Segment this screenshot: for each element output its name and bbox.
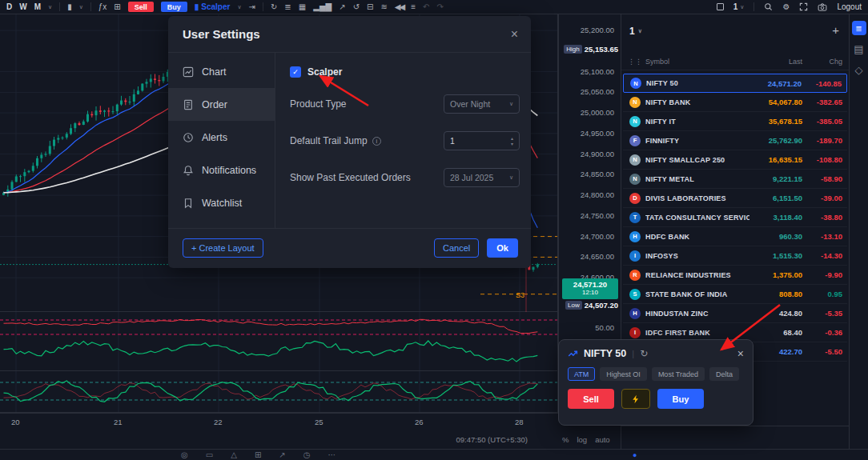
candle-style-icon[interactable]: ▮	[67, 3, 72, 11]
chevron-down-icon[interactable]: ∨	[48, 4, 52, 10]
bottom-tool-icon[interactable]: ▭	[206, 450, 213, 459]
bottom-tool-icon[interactable]: ⋯	[328, 450, 336, 459]
watchlist-row[interactable]: D DIVIS LABORATORIES 6,151.50 -39.00	[623, 189, 847, 208]
layout-grid-icon[interactable]: ⊞	[114, 3, 120, 11]
watchlist-row[interactable]: R RELIANCE INDUSTRIES 1,375.00 -9.90	[623, 266, 847, 285]
watchlist-row[interactable]: N NIFTY BANK 54,067.80 -382.65	[623, 93, 847, 112]
camera-icon[interactable]	[818, 2, 827, 12]
stepper-up-icon[interactable]: ▴	[511, 136, 513, 141]
clock-label[interactable]: 09:47:50 (UTC+5:30)	[456, 435, 528, 444]
timeframe-day-button[interactable]: D	[6, 2, 12, 11]
logout-button[interactable]: Logout	[837, 2, 862, 11]
rewind-icon[interactable]: ◀◀	[395, 3, 404, 11]
symbol-logo-icon: H	[629, 231, 641, 242]
chevron-down-icon[interactable]: ∨	[740, 4, 744, 10]
order-list-icon[interactable]: ≣	[284, 3, 291, 11]
templates-panel-icon[interactable]: ▤	[852, 42, 866, 56]
bottom-tool-icon[interactable]: ◎	[181, 450, 188, 459]
watchlist-row[interactable]: H HDFC BANK 960.30 -13.10	[623, 227, 847, 246]
rotate-icon[interactable]: ↻	[271, 3, 277, 11]
sell-button[interactable]: Sell	[128, 2, 154, 12]
close-icon[interactable]: ×	[737, 347, 744, 360]
gear-icon[interactable]: ⚙	[782, 3, 790, 11]
instant-order-button[interactable]	[621, 389, 650, 409]
nav-label: Notifications	[202, 165, 256, 176]
auto-scale-button[interactable]: auto	[595, 435, 610, 444]
nav-item-notifications[interactable]: Notifications	[168, 154, 275, 186]
bar-chart-icon[interactable]: ▂▅▇	[313, 3, 332, 11]
fullscreen-icon[interactable]	[799, 2, 808, 11]
percent-scale-button[interactable]: %	[562, 435, 569, 444]
nav-item-order[interactable]: Order	[168, 88, 275, 121]
cancel-button[interactable]: Cancel	[434, 238, 479, 258]
square-tool-icon[interactable]	[717, 3, 724, 10]
tab-delta[interactable]: Delta	[709, 367, 739, 381]
time-label: 28	[515, 418, 524, 426]
trail-jump-stepper[interactable]: 1 ▴ ▾	[444, 131, 520, 150]
tab-atm[interactable]: ATM	[568, 367, 595, 381]
nav-item-chart[interactable]: Chart	[168, 55, 275, 88]
widgets-diamond-icon[interactable]: ◇	[852, 62, 866, 77]
chevron-down-icon[interactable]: ∨	[79, 4, 83, 10]
sliders-icon[interactable]: ⊟	[367, 3, 373, 11]
watchlist-row[interactable]: N NIFTY SMALLCAP 250 16,635.15 -108.80	[623, 150, 847, 170]
timeframe-week-button[interactable]: W	[19, 2, 26, 11]
column-symbol[interactable]: Symbol	[645, 58, 669, 66]
add-symbol-button[interactable]: +	[832, 24, 839, 36]
symbol-logo-icon: N	[629, 174, 641, 185]
indicators-icon[interactable]: ƒx	[98, 3, 107, 11]
close-icon[interactable]: ×	[511, 27, 518, 42]
stepper-down-icon[interactable]: ▾	[511, 142, 513, 146]
replay-icon[interactable]: ≡	[411, 3, 416, 11]
watchlist-panel-icon[interactable]: ≣	[852, 21, 866, 35]
time-label: 25	[315, 418, 323, 426]
connection-icon[interactable]: ≋	[380, 3, 387, 11]
bottom-tool-icon[interactable]: ↗	[279, 450, 285, 459]
undo-icon[interactable]: ↶	[423, 3, 429, 11]
drag-handle-icon[interactable]: ⋮⋮	[628, 58, 642, 66]
refresh-icon[interactable]: ↺	[353, 3, 360, 11]
refresh-icon[interactable]: ↻	[640, 348, 648, 359]
watchlist-row[interactable]: H HINDUSTAN ZINC 424.80 -5.35	[623, 304, 847, 323]
watchlist-row[interactable]: N NIFTY 50 24,571.20 -140.85	[623, 74, 847, 93]
scalper-checkbox[interactable]: ✓	[290, 66, 301, 78]
column-chg[interactable]: Chg	[802, 58, 842, 66]
sell-button[interactable]: Sell	[568, 389, 614, 409]
product-type-select[interactable]: Over Night ∨	[444, 94, 520, 114]
tab-highest-oi[interactable]: Highest OI	[600, 367, 647, 381]
past-orders-select[interactable]: 28 Jul 2025 ∨	[444, 168, 520, 187]
watchlist-row[interactable]: N NIFTY IT 35,678.15 -385.05	[623, 112, 847, 131]
watchlist-row[interactable]: S STATE BANK OF INDIA 808.80 0.95	[623, 285, 847, 304]
timeframe-month-button[interactable]: M	[34, 2, 41, 11]
tab-most-traded[interactable]: Most Traded	[652, 367, 705, 381]
past-orders-row: Show Past Executed Orders 28 Jul 2025 ∨	[290, 168, 520, 187]
chevron-down-icon[interactable]: ∨	[237, 4, 241, 10]
ok-button[interactable]: Ok	[487, 238, 518, 258]
watchlist-row[interactable]: F FINNIFTY 25,762.90 -189.70	[623, 131, 847, 150]
column-last[interactable]: Last	[749, 58, 802, 66]
watchlist-group-dropdown[interactable]: 1 ∨	[629, 26, 642, 37]
nav-item-alerts[interactable]: Alerts	[168, 121, 275, 154]
external-link-icon[interactable]: ↗	[339, 3, 345, 11]
watchlist-row[interactable]: T TATA CONSULTANCY SERVICES 3,118.40 -38…	[623, 208, 847, 227]
nav-item-watchlist[interactable]: Watchlist	[168, 186, 275, 219]
redo-icon[interactable]: ↷	[436, 3, 443, 11]
search-icon[interactable]	[764, 2, 773, 11]
buy-button[interactable]: Buy	[657, 389, 704, 409]
watchlist-row[interactable]: N NIFTY METAL 9,221.15 -58.90	[623, 170, 847, 189]
log-scale-button[interactable]: log	[577, 435, 587, 444]
nav-label: Chart	[202, 66, 227, 78]
create-layout-button[interactable]: + Create Layout	[183, 238, 263, 258]
export-icon[interactable]: ⇥	[249, 3, 255, 11]
grid-view-icon[interactable]: ▦	[299, 3, 306, 11]
time-axis[interactable]: 20 21 22 25 26 28	[0, 413, 621, 432]
bottom-tool-icon[interactable]: ⊞	[255, 450, 261, 459]
watchlist-row[interactable]: I INFOSYS 1,515.30 -14.30	[623, 246, 847, 266]
buy-button[interactable]: Buy	[161, 2, 187, 12]
bar-count-value[interactable]: 1	[733, 2, 738, 11]
bottom-tool-icon[interactable]: ◷	[303, 450, 311, 459]
bottom-tool-icon[interactable]: △	[231, 450, 237, 459]
info-icon[interactable]: i	[372, 137, 381, 146]
watchlist-symbol: NIFTY BANK	[645, 98, 749, 106]
scalper-button[interactable]: ▮ Scalper	[195, 2, 231, 11]
